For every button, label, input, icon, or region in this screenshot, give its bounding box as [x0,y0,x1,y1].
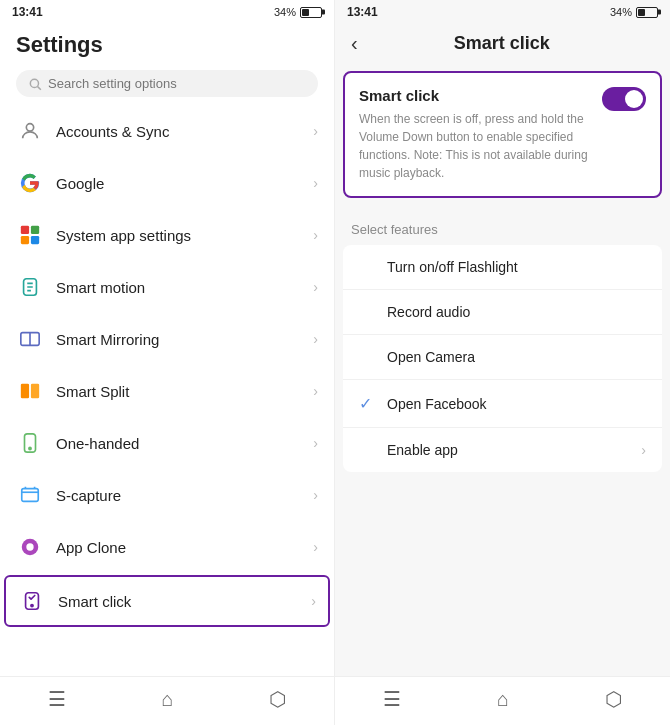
left-home-nav-icon[interactable]: ⌂ [161,688,173,711]
left-page-title: Settings [16,32,103,57]
sidebar-item-smart-click[interactable]: Smart click › [4,575,330,627]
app-clone-icon [16,533,44,561]
right-content: Smart click When the screen is off, pres… [335,63,670,676]
feature-item-open-camera[interactable]: Open Camera [343,335,662,380]
svg-rect-6 [31,236,39,244]
left-panel: 13:41 34% Settings Accounts & Sync › Goo… [0,0,335,725]
accounts-chevron-icon: › [313,123,318,139]
sidebar-item-google[interactable]: Google › [0,157,334,209]
feature-item-open-facebook[interactable]: ✓ Open Facebook [343,380,662,428]
back-button[interactable]: ‹ [351,32,358,55]
sysapp-icon [16,221,44,249]
smart-click-card-header: Smart click When the screen is off, pres… [359,87,646,182]
left-back-nav-icon[interactable]: ⬡ [269,687,286,711]
sidebar-item-smart-split-label: Smart Split [56,383,313,400]
right-nav-bar: ☰ ⌂ ⬡ [335,676,670,725]
s-capture-chevron-icon: › [313,487,318,503]
svg-rect-4 [31,226,39,234]
svg-line-1 [38,86,41,89]
enable-app-chevron-icon: › [641,442,646,458]
left-time: 13:41 [12,5,43,19]
right-battery-pct: 34% [610,6,632,18]
sidebar-item-s-capture[interactable]: S-capture › [0,469,334,521]
right-battery-icon [636,7,658,18]
search-bar[interactable] [16,70,318,97]
sidebar-item-sysapp[interactable]: System app settings › [0,209,334,261]
right-panel: 13:41 34% ‹ Smart click Smart click When… [335,0,670,725]
app-clone-chevron-icon: › [313,539,318,555]
svg-rect-14 [22,489,39,502]
smart-motion-chevron-icon: › [313,279,318,295]
open-camera-label: Open Camera [387,349,646,365]
sidebar-item-one-handed-label: One-handed [56,435,313,452]
sidebar-item-google-label: Google [56,175,313,192]
right-header: ‹ Smart click [335,24,670,63]
sidebar-item-smart-click-label: Smart click [58,593,311,610]
svg-point-17 [31,604,33,606]
left-battery-icon [300,7,322,18]
search-input[interactable] [48,76,306,91]
flashlight-label: Turn on/off Flashlight [387,259,646,275]
left-header: Settings [0,24,334,66]
right-time: 13:41 [347,5,378,19]
svg-point-0 [30,79,38,87]
left-menu-nav-icon[interactable]: ☰ [48,687,66,711]
accounts-icon [16,117,44,145]
feature-list: Turn on/off Flashlight Record audio Open… [343,245,662,472]
feature-item-flashlight[interactable]: Turn on/off Flashlight [343,245,662,290]
right-home-nav-icon[interactable]: ⌂ [497,688,509,711]
right-status-right: 34% [610,6,658,18]
sidebar-item-smart-split[interactable]: Smart Split › [0,365,334,417]
search-icon [28,77,42,91]
smart-click-icon [18,587,46,615]
sidebar-item-app-clone-label: App Clone [56,539,313,556]
svg-rect-3 [21,226,29,234]
smart-mirroring-icon [16,325,44,353]
smart-click-card-title: Smart click [359,87,592,104]
sidebar-item-accounts[interactable]: Accounts & Sync › [0,105,334,157]
open-facebook-check-icon: ✓ [359,394,379,413]
feature-item-record-audio[interactable]: Record audio [343,290,662,335]
sysapp-chevron-icon: › [313,227,318,243]
sidebar-item-smart-motion[interactable]: Smart motion › [0,261,334,313]
smart-click-toggle[interactable] [602,87,646,111]
svg-point-13 [29,447,31,449]
sidebar-item-smart-mirroring[interactable]: Smart Mirroring › [0,313,334,365]
svg-rect-11 [31,384,39,399]
right-menu-nav-icon[interactable]: ☰ [383,687,401,711]
left-nav-bar: ☰ ⌂ ⬡ [0,676,334,725]
one-handed-icon [16,429,44,457]
smart-motion-icon [16,273,44,301]
select-features-label: Select features [343,214,662,245]
sidebar-item-s-capture-label: S-capture [56,487,313,504]
svg-rect-5 [21,236,29,244]
left-battery-pct: 34% [274,6,296,18]
google-icon [16,169,44,197]
smart-click-card: Smart click When the screen is off, pres… [343,71,662,198]
left-status-right: 34% [274,6,322,18]
smart-click-card-desc: When the screen is off, press and hold t… [359,110,592,182]
right-back-nav-icon[interactable]: ⬡ [605,687,622,711]
right-page-title: Smart click [370,33,634,54]
sidebar-item-smart-mirroring-label: Smart Mirroring [56,331,313,348]
smart-split-icon [16,377,44,405]
one-handed-chevron-icon: › [313,435,318,451]
smart-click-chevron-icon: › [311,593,316,609]
right-status-bar: 13:41 34% [335,0,670,24]
sidebar-item-sysapp-label: System app settings [56,227,313,244]
smart-split-chevron-icon: › [313,383,318,399]
record-audio-label: Record audio [387,304,646,320]
sidebar-item-accounts-label: Accounts & Sync [56,123,313,140]
s-capture-icon [16,481,44,509]
smart-mirroring-chevron-icon: › [313,331,318,347]
feature-item-enable-app[interactable]: Enable app › [343,428,662,472]
menu-list: Accounts & Sync › Google › System app se… [0,105,334,676]
svg-point-2 [26,124,33,131]
svg-rect-10 [21,384,29,399]
enable-app-label: Enable app [387,442,641,458]
open-facebook-label: Open Facebook [387,396,646,412]
left-status-bar: 13:41 34% [0,0,334,24]
sidebar-item-one-handed[interactable]: One-handed › [0,417,334,469]
sidebar-item-app-clone[interactable]: App Clone › [0,521,334,573]
google-chevron-icon: › [313,175,318,191]
